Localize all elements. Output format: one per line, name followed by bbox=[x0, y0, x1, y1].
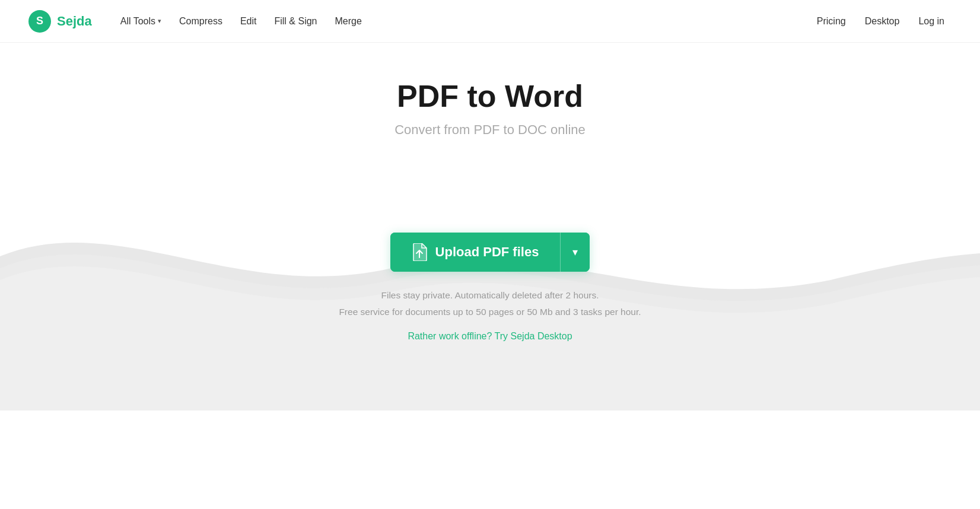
wave-section: Upload PDF files ▾ Files stay private. A… bbox=[0, 161, 980, 411]
info-line-2: Free service for documents up to 50 page… bbox=[339, 304, 641, 320]
nav-all-tools[interactable]: All Tools ▾ bbox=[113, 12, 168, 30]
wave-content: Upload PDF files ▾ Files stay private. A… bbox=[0, 161, 980, 389]
nav-desktop[interactable]: Desktop bbox=[858, 12, 907, 30]
wave-background: Upload PDF files ▾ Files stay private. A… bbox=[0, 161, 980, 411]
page-title: PDF to Word bbox=[397, 78, 583, 114]
pdf-upload-icon bbox=[412, 243, 427, 261]
nav-edit[interactable]: Edit bbox=[233, 12, 264, 30]
upload-main-button[interactable]: Upload PDF files bbox=[390, 233, 561, 272]
upload-dropdown-button[interactable]: ▾ bbox=[561, 233, 590, 272]
logo-icon: S bbox=[28, 10, 51, 33]
nav-links: All Tools ▾ Compress Edit Fill & Sign Me… bbox=[113, 12, 369, 30]
chevron-down-icon: ▾ bbox=[158, 17, 161, 25]
logo-name: Sejda bbox=[57, 14, 92, 29]
nav-pricing[interactable]: Pricing bbox=[810, 12, 853, 30]
nav-right: Pricing Desktop Log in bbox=[810, 12, 952, 30]
info-text-block: Files stay private. Automatically delete… bbox=[339, 287, 641, 320]
nav-login[interactable]: Log in bbox=[911, 12, 952, 30]
hero-section: PDF to Word Convert from PDF to DOC onli… bbox=[0, 43, 980, 411]
upload-button-label: Upload PDF files bbox=[435, 244, 539, 260]
info-line-1: Files stay private. Automatically delete… bbox=[339, 287, 641, 304]
navbar: S Sejda All Tools ▾ Compress Edit Fill &… bbox=[0, 0, 980, 43]
upload-button-group[interactable]: Upload PDF files ▾ bbox=[390, 233, 590, 272]
dropdown-chevron-icon: ▾ bbox=[572, 246, 578, 259]
hero-subtitle: Convert from PDF to DOC online bbox=[394, 122, 586, 138]
logo-link[interactable]: S Sejda bbox=[28, 10, 92, 33]
nav-fill-sign[interactable]: Fill & Sign bbox=[267, 12, 324, 30]
nav-merge[interactable]: Merge bbox=[328, 12, 369, 30]
nav-left: S Sejda All Tools ▾ Compress Edit Fill &… bbox=[28, 10, 369, 33]
nav-compress[interactable]: Compress bbox=[172, 12, 230, 30]
offline-link[interactable]: Rather work offline? Try Sejda Desktop bbox=[408, 331, 572, 342]
